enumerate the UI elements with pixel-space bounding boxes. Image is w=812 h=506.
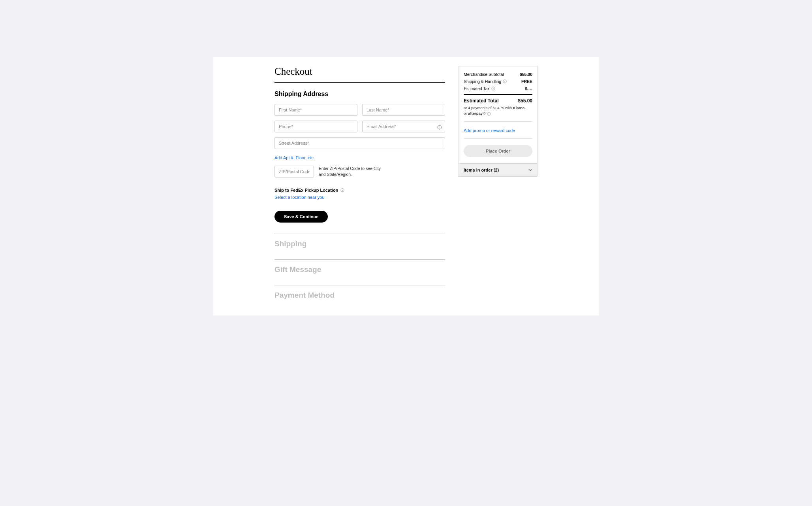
fedex-label: Ship to FedEx Pickup Location i [274,188,344,193]
main-column: Checkout Shipping Address i [274,66,445,300]
tax-row: Estimated Tax i $-.-- [464,86,532,91]
email-field-wrap: i [362,121,445,132]
gift-message-section-heading: Gift Message [274,265,445,274]
save-continue-button[interactable]: Save & Continue [274,211,328,223]
installments-text: or 4 payments of $13.75 with Klarna. or … [464,105,532,117]
or-text: or [464,111,468,115]
afterpay-brand: afterpay [468,111,483,115]
fedex-select-location-link[interactable]: Select a location near you [274,195,445,200]
email-info-icon[interactable]: i [437,124,442,129]
shipping-label: Shipping & Handling i [464,79,507,84]
afterpay-info-icon[interactable]: i [487,112,491,116]
fedex-label-text: Ship to FedEx Pickup Location [274,188,338,193]
zip-row: Enter ZIP/Postal Code to see City and St… [274,166,445,177]
svg-text:i: i [504,80,505,83]
subtotal-label: Merchandise Subtotal [464,72,504,77]
promo-divider-top [464,121,532,122]
first-name-input[interactable] [274,104,357,116]
svg-text:i: i [342,189,343,192]
divider-payment [274,285,445,285]
add-apt-link[interactable]: Add Apt #, Floor, etc. [274,155,315,160]
svg-text:i: i [439,126,440,129]
tax-label-text: Estimated Tax [464,86,490,91]
page-title: Checkout [274,66,445,82]
summary-divider [464,94,532,95]
first-name-field-wrap [274,104,357,116]
divider-gift [274,259,445,260]
shipping-label-text: Shipping & Handling [464,79,501,84]
subtotal-value: $55.00 [520,72,532,77]
items-in-order-label: Items in order (2) [464,168,499,172]
total-row: Estimated Total $55.00 [464,98,532,104]
shipping-value: FREE [521,79,532,84]
chevron-down-icon [528,168,532,172]
contact-row: i [274,121,445,132]
total-label: Estimated Total [464,98,498,104]
last-name-input[interactable] [362,104,445,116]
svg-text:i: i [489,112,489,115]
street-input[interactable] [274,137,445,149]
place-order-button[interactable]: Place Order [464,145,532,157]
installments-prefix: or 4 payments of $13.75 with [464,106,513,110]
last-name-field-wrap [362,104,445,116]
tax-label: Estimated Tax i [464,86,495,91]
divider-shipping [274,234,445,234]
fedex-block: Ship to FedEx Pickup Location i Select a… [274,186,445,200]
email-input[interactable] [362,121,445,132]
subtotal-row: Merchandise Subtotal $55.00 [464,72,532,77]
phone-field-wrap [274,121,357,132]
zip-hint-text: Enter ZIP/Postal Code to see City and St… [319,166,382,177]
tax-value: $-.-- [525,86,532,91]
promo-divider-bottom [464,138,532,139]
name-row [274,104,445,116]
street-field-wrap [274,137,445,149]
tax-info-icon[interactable]: i [491,87,495,91]
shipping-row: Shipping & Handling i FREE [464,79,532,84]
svg-text:i: i [493,87,494,90]
total-value: $55.00 [518,98,532,104]
checkout-page: Checkout Shipping Address i [213,57,599,315]
klarna-brand: Klarna. [513,106,526,110]
shipping-info-icon[interactable]: i [503,79,507,83]
payment-method-section-heading: Payment Method [274,291,445,300]
street-row [274,137,445,149]
promo-code-link[interactable]: Add promo or reward code [464,128,515,133]
shipping-address-heading: Shipping Address [274,91,445,98]
order-summary: Merchandise Subtotal $55.00 Shipping & H… [459,66,538,177]
phone-input[interactable] [274,121,357,132]
items-in-order-toggle[interactable]: Items in order (2) [459,163,537,176]
zip-input[interactable] [274,166,314,177]
zip-field-wrap [274,166,314,177]
summary-body: Merchandise Subtotal $55.00 Shipping & H… [459,66,537,163]
shipping-section-heading: Shipping [274,240,445,248]
fedex-info-icon[interactable]: i [340,188,344,192]
title-divider [274,82,445,83]
afterpay-loop-icon: ↺ [483,111,486,115]
